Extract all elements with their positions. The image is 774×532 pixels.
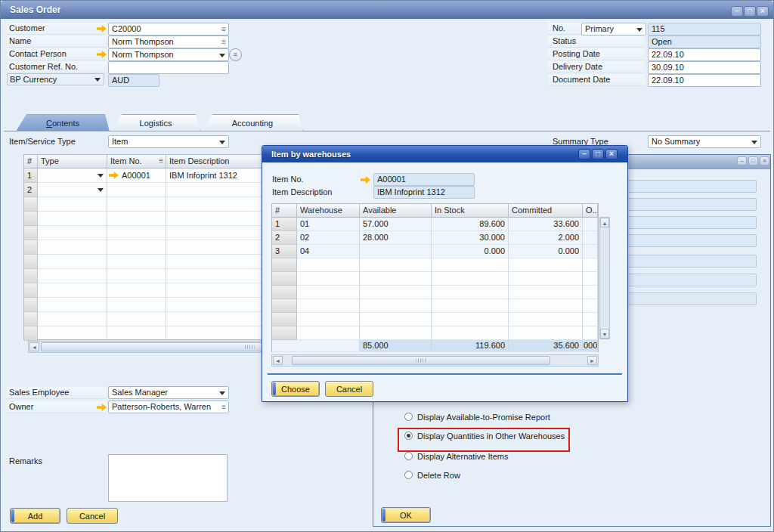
doc-no-value: 115 [648, 23, 761, 36]
total-committed: 35.600 [509, 340, 583, 352]
dialog-titlebar[interactable]: Item by warehouses [262, 146, 627, 162]
col-num: # [24, 155, 38, 169]
tab-contents[interactable]: Contents [16, 114, 110, 131]
add-button[interactable]: Add [10, 508, 60, 524]
link-button[interactable]: ≡ [229, 48, 242, 61]
maximize-icon[interactable] [748, 156, 758, 165]
warehouse-row [272, 299, 598, 313]
owner-label: Owner [9, 401, 33, 413]
scroll-right-icon[interactable]: ► [587, 356, 597, 365]
dialog-item-desc-value: IBM Infoprint 1312 [373, 186, 475, 199]
total-other: 000 [583, 340, 598, 352]
item-no-cell[interactable]: A00001 [107, 169, 166, 183]
name-label: Name [9, 36, 31, 47]
close-icon[interactable] [605, 149, 618, 159]
doc-series-dropdown[interactable]: Primary [581, 23, 646, 36]
menu-icon [221, 23, 226, 35]
bp-currency-value: AUD [108, 74, 159, 87]
grip-icon [416, 359, 426, 363]
tab-logistics[interactable]: Logistics [111, 114, 200, 131]
total-available: 85.000 [360, 340, 432, 352]
chevron-down-icon [98, 188, 104, 192]
grip-icon [245, 345, 255, 349]
status-label: Status [553, 36, 576, 47]
posting-date-field[interactable]: 22.09.10 [648, 48, 761, 61]
highlight-annotation [398, 428, 570, 452]
warehouse-row [272, 313, 598, 326]
bp-currency-label: BP Currency [10, 74, 57, 85]
bp-currency-dropdown[interactable]: BP Currency [7, 73, 104, 85]
document-date-field[interactable]: 22.09.10 [648, 74, 761, 87]
choose-button[interactable]: Choose [271, 381, 320, 397]
owner-field[interactable]: Patterson-Roberts, Warren [108, 401, 229, 413]
scroll-thumb[interactable] [292, 356, 550, 365]
delivery-date-field[interactable]: 30.09.10 [648, 61, 761, 74]
menu-icon [221, 36, 226, 48]
warehouse-table: # Warehouse Available In Stock Committed… [271, 203, 599, 352]
cancel-button[interactable]: Cancel [67, 508, 118, 524]
remarks-textarea[interactable] [108, 454, 228, 502]
close-icon[interactable] [757, 6, 769, 17]
totals-row: 85.000 119.600 35.600 000 [272, 340, 598, 352]
radio-label[interactable]: Display Alternative Items [417, 451, 508, 462]
dialog-item-no-label: Item No. [272, 174, 304, 185]
window-title: Sales Order [1, 1, 773, 19]
warehouse-row[interactable]: 1 01 57.000 89.600 33.600 [272, 218, 598, 231]
maximize-icon[interactable] [592, 149, 604, 159]
radio-alternative-items[interactable] [404, 452, 413, 460]
minimize-icon[interactable] [578, 149, 590, 159]
sales-employee-dropdown[interactable]: Sales Manager [108, 386, 229, 399]
warehouse-table-vscrollbar[interactable]: ▲ ▼ [599, 217, 610, 339]
sales-order-window: Sales Order Customer C20000 Name Norm Th… [0, 0, 774, 532]
total-in-stock: 119.600 [432, 340, 509, 352]
tab-accounting[interactable]: Accounting [202, 114, 303, 131]
minimize-icon[interactable] [737, 156, 747, 165]
warehouse-row[interactable]: 3 04 0.000 0.000 [272, 245, 598, 258]
status-value: Open [648, 36, 761, 48]
maximize-icon[interactable] [744, 6, 756, 17]
chevron-down-icon [98, 174, 104, 178]
customer-field[interactable]: C20000 [108, 23, 229, 36]
type-cell[interactable] [38, 169, 107, 183]
link-arrow-icon[interactable] [361, 176, 370, 184]
menu-icon [159, 155, 163, 166]
warehouse-row [272, 326, 598, 340]
scroll-down-icon[interactable]: ▼ [600, 329, 609, 339]
scroll-left-icon[interactable]: ◄ [273, 356, 283, 365]
warehouse-row [272, 258, 598, 272]
radio-delete-row[interactable] [404, 471, 413, 479]
dialog-cancel-button[interactable]: Cancel [325, 381, 373, 397]
item-by-warehouses-dialog: Item by warehouses Item No. A00001 Item … [262, 145, 628, 402]
chevron-down-icon [219, 141, 225, 144]
customer-ref-field[interactable] [108, 61, 229, 74]
document-date-label: Document Date [553, 74, 610, 85]
posting-date-label: Posting Date [553, 48, 600, 60]
item-no-cell[interactable] [107, 183, 166, 197]
warehouse-table-hscrollbar[interactable]: ◄ ► [271, 354, 599, 367]
contact-person-label: Contact Person [9, 48, 67, 60]
close-icon[interactable] [760, 156, 769, 165]
item-service-type-dropdown[interactable]: Item [108, 135, 229, 148]
item-service-type-label: Item/Service Type [9, 136, 76, 147]
warehouse-row[interactable]: 2 02 28.000 30.000 2.000 [272, 231, 598, 245]
radio-label[interactable]: Delete Row [417, 470, 460, 481]
sales-employee-label: Sales Employee [9, 387, 70, 398]
ok-button[interactable]: OK [381, 507, 431, 523]
link-arrow-icon[interactable] [109, 172, 119, 179]
scroll-left-icon[interactable]: ◄ [29, 342, 39, 351]
radio-atp-report[interactable] [404, 413, 413, 421]
summary-type-dropdown[interactable]: No Summary [648, 135, 761, 148]
type-cell[interactable] [38, 183, 107, 197]
minimize-icon[interactable] [731, 6, 743, 17]
radio-label[interactable]: Display Available-to-Promise Report [417, 412, 550, 422]
name-field[interactable]: Norm Thompson [108, 36, 229, 48]
window-titlebar[interactable]: Sales Order [1, 1, 773, 19]
contact-person-dropdown[interactable]: Norm Thompson [108, 48, 229, 61]
chevron-down-icon [219, 391, 225, 395]
dialog-item-desc-label: Item Description [272, 187, 332, 198]
divider [268, 373, 622, 375]
col-item-no: Item No. [107, 155, 166, 169]
menu-icon [221, 401, 226, 413]
scroll-up-icon[interactable]: ▲ [600, 218, 609, 227]
warehouse-row [272, 272, 598, 286]
